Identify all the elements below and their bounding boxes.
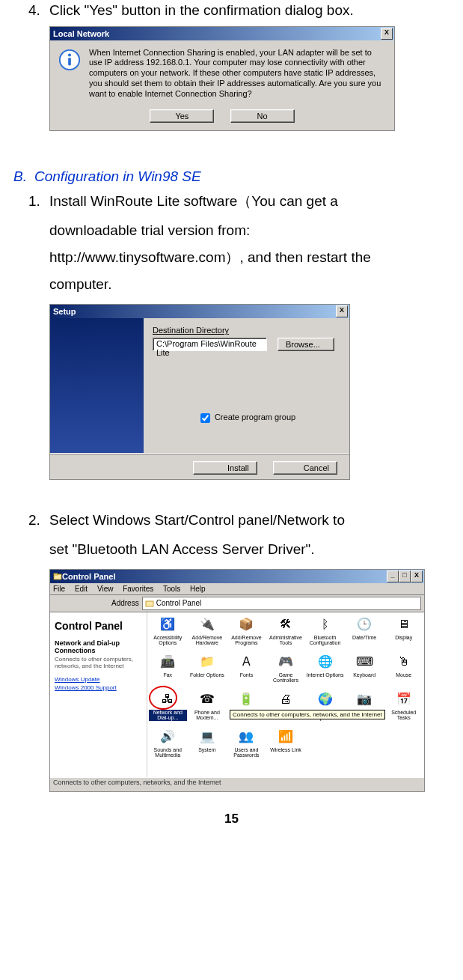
item-icon: 📷 <box>355 690 373 708</box>
item-label: Sounds and Multimedia <box>149 747 187 758</box>
control-panel-item[interactable]: 🛠Administrative Tools <box>267 615 305 651</box>
step-4-text: Click "Yes" button in the confirmation d… <box>49 0 450 22</box>
folder-icon <box>145 599 154 608</box>
item-icon: 🖱 <box>395 653 413 671</box>
item-label: Users and Passwords <box>227 747 266 758</box>
dialog-title: Local Network <box>53 29 381 38</box>
control-panel-item[interactable]: 🔋Power Options <box>227 690 266 726</box>
window-titlebar: Control Panel _ □ X <box>50 570 424 583</box>
control-panel-item[interactable]: ⌨Keyboard <box>346 653 384 689</box>
control-panel-item[interactable]: 🖱Mouse <box>384 653 423 689</box>
control-panel-item[interactable]: ᛒBluetooth Configuration <box>306 615 344 651</box>
item-icon: 🎮 <box>277 653 295 671</box>
control-panel-item[interactable]: 🌍Regional Options <box>306 690 344 726</box>
statusbar: Connects to other computers, networks, a… <box>50 777 424 791</box>
menu-favorites[interactable]: Favorites <box>123 585 153 593</box>
step-b2-text2: set "Bluetooth LAN Access Server Driver"… <box>49 536 450 563</box>
item-label: Game Controllers <box>267 672 305 684</box>
item-label: Wireless Link <box>270 747 301 753</box>
close-icon[interactable]: X <box>336 305 348 317</box>
address-field[interactable]: Control Panel <box>142 597 421 610</box>
browse-button[interactable]: Browse... <box>278 338 334 351</box>
setup-sidebar-graphic <box>50 318 144 453</box>
control-panel-item[interactable]: 🖧Network and Dial-up... <box>149 690 187 726</box>
yes-button[interactable]: Yes <box>150 109 214 123</box>
control-panel-item[interactable]: 🔊Sounds and Multimedia <box>149 728 187 764</box>
item-icon: ⌨ <box>355 653 373 671</box>
dialog-titlebar: Local Network X <box>50 27 394 40</box>
item-icon: 🛠 <box>277 615 295 633</box>
create-group-checkbox[interactable] <box>200 413 210 423</box>
menu-view[interactable]: View <box>97 585 114 593</box>
item-label: Add/Remove Programs <box>227 635 266 646</box>
no-button[interactable]: No <box>230 109 295 123</box>
dialog-titlebar: Setup X <box>50 305 349 318</box>
cancel-button[interactable]: Cancel <box>273 461 337 475</box>
item-icon: 👥 <box>237 728 255 746</box>
item-icon: 📠 <box>159 653 177 671</box>
step-b1: 1. Install WinRoute Lite software（You ca… <box>28 191 450 213</box>
toolbar: Address Control Panel <box>50 595 424 612</box>
menu-help[interactable]: Help <box>190 585 206 593</box>
control-panel-window: Control Panel _ □ X File Edit View Favor… <box>49 569 425 792</box>
svg-point-1 <box>68 53 71 56</box>
destination-path-input[interactable]: C:\Program Files\WinRoute Lite <box>153 338 267 351</box>
item-label: System <box>198 747 215 753</box>
control-panel-item[interactable]: 🔌Add/Remove Hardware <box>188 615 227 651</box>
item-icon: 💻 <box>198 728 216 746</box>
info-icon <box>58 48 82 72</box>
item-icon: 🌍 <box>316 690 334 708</box>
control-panel-item[interactable]: 📷Scanners and Cameras <box>346 690 384 726</box>
menu-edit[interactable]: Edit <box>75 585 88 593</box>
back-button[interactable] <box>53 596 70 611</box>
control-panel-item[interactable]: 📁Folder Options <box>188 653 227 689</box>
maximize-icon[interactable]: □ <box>399 570 411 582</box>
tooltip: Connects to other computers, networks, a… <box>230 710 385 719</box>
close-icon[interactable]: X <box>381 28 393 40</box>
page-number: 15 <box>13 812 450 827</box>
item-icon: ♿ <box>159 615 177 633</box>
control-panel-item[interactable]: 💻System <box>188 728 227 764</box>
item-label: Phone and Modem... <box>188 710 227 721</box>
control-panel-item[interactable]: 🖨Printers <box>267 690 305 726</box>
item-label: Display <box>395 635 412 641</box>
menu-tools[interactable]: Tools <box>163 585 180 593</box>
create-group-label: Create program group <box>215 413 295 421</box>
item-icon: 🔊 <box>159 728 177 746</box>
item-icon: ☎ <box>198 690 216 708</box>
step-b2-num: 2. <box>28 510 49 532</box>
step-b1-text3: http://www.tinysoftware.com）, and then r… <box>49 244 450 271</box>
item-label: Fax <box>163 672 172 678</box>
control-panel-item[interactable]: ♿Accessibility Options <box>149 615 187 651</box>
section-b-heading: B.Configuration in Win98 SE <box>13 168 450 185</box>
control-panel-item[interactable]: 🎮Game Controllers <box>267 653 305 689</box>
item-label: Accessibility Options <box>149 635 187 646</box>
minimize-icon[interactable]: _ <box>387 570 399 582</box>
control-panel-item[interactable]: AFonts <box>227 653 266 689</box>
control-panel-item[interactable]: 🌐Internet Options <box>306 653 344 689</box>
menu-file[interactable]: File <box>53 585 65 593</box>
control-panel-item[interactable]: 👥Users and Passwords <box>227 728 266 764</box>
side-description: Connects to other computers, networks, a… <box>55 656 142 670</box>
side-subtitle: Network and Dial-up Connections <box>55 639 142 654</box>
control-panel-item[interactable]: 📦Add/Remove Programs <box>227 615 266 651</box>
step-b1-text4: computer. <box>49 271 450 298</box>
control-panel-side-panel: Control Panel Network and Dial-up Connec… <box>50 612 147 777</box>
control-panel-item[interactable]: 🖥Display <box>384 615 423 651</box>
up-button[interactable] <box>92 596 108 611</box>
item-label: Keyboard <box>353 672 375 678</box>
control-panel-item[interactable]: 📠Fax <box>149 653 187 689</box>
dialog-message: When Internet Connection Sharing is enab… <box>89 48 387 100</box>
control-panel-item[interactable]: 📅Scheduled Tasks <box>384 690 423 726</box>
close-icon[interactable]: X <box>411 570 423 582</box>
control-panel-item[interactable]: ☎Phone and Modem... <box>188 690 227 726</box>
side-title: Control Panel <box>55 620 142 632</box>
step-b2-text1: Select Windows Start/Control panel/Netwo… <box>49 510 450 532</box>
install-button[interactable]: Install <box>193 461 257 475</box>
forward-button[interactable] <box>73 596 89 611</box>
windows-support-link[interactable]: Windows 2000 Support <box>55 684 142 691</box>
windows-update-link[interactable]: Windows Update <box>55 676 142 683</box>
section-b-title: Configuration in Win98 SE <box>34 168 201 184</box>
control-panel-item[interactable]: 🕒Date/Time <box>346 615 384 651</box>
control-panel-item[interactable]: 📶Wireless Link <box>267 728 305 764</box>
